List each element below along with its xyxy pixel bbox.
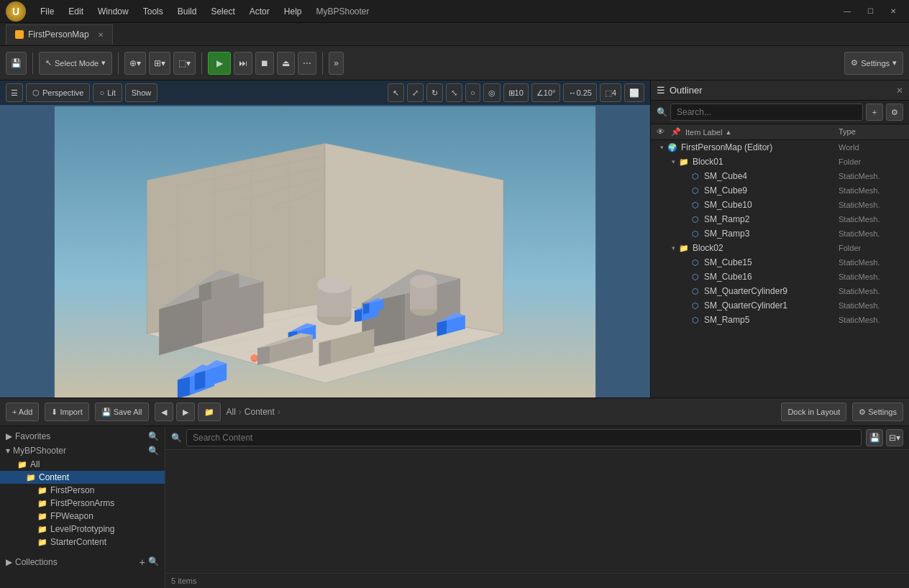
cb-save-all-button[interactable]: 💾 Save All xyxy=(95,403,149,421)
label-column-header[interactable]: Item Label ▲ xyxy=(685,127,839,137)
tree-item[interactable]: ▾ 📁 Block01 Folder xyxy=(651,155,909,169)
snap-button[interactable]: ⊞▾ xyxy=(149,52,170,75)
cb-tree-firstpersonarms[interactable]: 📁 FirstPersonArms xyxy=(0,497,165,510)
cb-breadcrumb-all[interactable]: All xyxy=(227,407,236,417)
cb-sidebar: ▶ Favorites 🔍 ▾ MyBPShooter 🔍 📁 Al xyxy=(0,426,165,588)
sphere-tool[interactable]: ○ xyxy=(465,83,480,102)
cb-tree-fpweapon[interactable]: 📁 FPWeapon xyxy=(0,510,165,523)
mybpshooter-search-icon[interactable]: 🔍 xyxy=(148,446,159,456)
eject-button[interactable]: ⏏ xyxy=(277,52,295,75)
map-tab[interactable]: FirstPersonMap ✕ xyxy=(6,24,113,45)
collections-add-icon[interactable]: + xyxy=(140,556,145,568)
tree-item[interactable]: ⬡ SM_Cube16 StaticMesh. xyxy=(651,270,909,284)
outliner-add-button[interactable]: + xyxy=(866,104,883,121)
cb-new-folder[interactable]: 📁 xyxy=(198,403,221,421)
menu-select[interactable]: Select xyxy=(205,4,240,19)
show-button[interactable]: Show xyxy=(125,83,158,102)
outliner-search-input[interactable] xyxy=(670,104,863,121)
favorites-label: Favorites xyxy=(15,431,50,441)
tree-item[interactable]: ▾ 🌍 FirstPersonMap (Editor) World xyxy=(651,140,909,155)
more-button[interactable]: ⋯ xyxy=(298,52,316,75)
cb-mybpshooter-header[interactable]: ▾ MyBPShooter 🔍 xyxy=(0,444,165,458)
tree-item[interactable]: ⬡ SM_Cube10 StaticMesh. xyxy=(651,198,909,212)
menu-build[interactable]: Build xyxy=(172,4,203,19)
cb-add-button[interactable]: + Add xyxy=(6,403,39,421)
cb-tree-firstperson[interactable]: 📁 FirstPerson xyxy=(0,484,165,497)
firstpersonarms-label: FirstPersonArms xyxy=(50,498,114,508)
cb-save-search-button[interactable]: 💾 xyxy=(866,429,883,446)
rotate-tool[interactable]: ↻ xyxy=(426,83,443,102)
menu-tools[interactable]: Tools xyxy=(137,4,169,19)
tree-item[interactable]: ⬡ SM_Ramp3 StaticMesh. xyxy=(651,226,909,241)
cb-search-icon: 🔍 xyxy=(171,433,182,443)
stop-button[interactable]: ⏹ xyxy=(255,52,274,75)
angle-toggle[interactable]: ∠ 10° xyxy=(531,83,561,102)
tab-close-icon[interactable]: ✕ xyxy=(98,31,104,39)
grid-toggle[interactable]: ⊞ 10 xyxy=(503,83,529,102)
tree-item[interactable]: ▾ 📁 Block02 Folder xyxy=(651,241,909,255)
cb-settings-button[interactable]: ⚙ Settings xyxy=(852,403,903,421)
skip-button[interactable]: ⏭ xyxy=(234,52,252,75)
tree-expand-icon[interactable]: ▾ xyxy=(657,144,667,151)
tree-item[interactable]: ⬡ SM_QuarterCylinder9 StaticMesh. xyxy=(651,284,909,298)
menu-edit[interactable]: Edit xyxy=(63,4,89,19)
tree-item-label: SM_Cube9 xyxy=(704,185,839,196)
close-button[interactable]: ✕ xyxy=(883,4,903,19)
cb-dock-button[interactable]: Dock in Layout xyxy=(781,403,846,421)
add-actor-button[interactable]: ⊕▾ xyxy=(124,52,146,75)
search-icon: 🔍 xyxy=(657,107,667,117)
cb-filter-button[interactable]: ⊟▾ xyxy=(886,429,903,446)
minimize-button[interactable]: — xyxy=(837,4,857,19)
scale-tool[interactable]: ⤡ xyxy=(446,83,462,102)
lit-button[interactable]: ○ Lit xyxy=(93,83,122,102)
select-tool[interactable]: ↖ xyxy=(388,83,404,102)
angle-value: 10° xyxy=(544,88,556,97)
tree-item[interactable]: ⬡ SM_Ramp2 StaticMesh. xyxy=(651,212,909,226)
cb-tree-levelprototyping[interactable]: 📁 LevelPrototyping xyxy=(0,523,165,536)
tree-item[interactable]: ⬡ SM_Cube4 StaticMesh. xyxy=(651,169,909,183)
tree-item[interactable]: ⬡ SM_Ramp5 StaticMesh. xyxy=(651,313,909,327)
cb-import-button[interactable]: ⬇ Import xyxy=(45,403,88,421)
cb-collections-header[interactable]: ▶ Collections + 🔍 xyxy=(0,554,165,570)
select-mode-button[interactable]: ↖ Select Mode ▾ xyxy=(39,52,112,75)
tree-expand-icon[interactable]: ▾ xyxy=(668,244,678,252)
camera-tool[interactable]: ◎ xyxy=(483,83,501,102)
perspective-button[interactable]: ⬡ Perspective xyxy=(26,83,90,102)
collections-search-icon[interactable]: 🔍 xyxy=(148,556,159,568)
tree-item[interactable]: ⬡ SM_Cube15 StaticMesh. xyxy=(651,255,909,270)
translate-tool[interactable]: ⤢ xyxy=(407,83,424,102)
outliner-close-button[interactable]: ✕ xyxy=(896,86,903,96)
tree-expand-icon[interactable]: ▾ xyxy=(668,158,678,165)
cb-nav-back[interactable]: ◀ xyxy=(155,403,173,421)
transform-button[interactable]: ⬚▾ xyxy=(173,52,196,75)
maximize-button[interactable]: ☐ xyxy=(860,4,880,19)
cb-search-input[interactable] xyxy=(186,429,862,446)
outliner-icon: ☰ xyxy=(657,85,665,96)
cb-tree-content[interactable]: 📁 Content xyxy=(0,471,165,484)
cb-nav-forward[interactable]: ▶ xyxy=(176,403,195,421)
scale-toggle[interactable]: ↔ 0.25 xyxy=(563,83,596,102)
maximize-viewport[interactable]: ⬜ xyxy=(624,83,644,102)
viewport[interactable]: ☰ ⬡ Perspective ○ Lit Show ↖ ⤢ ↻ ⤡ ○ ◎ xyxy=(0,81,650,398)
menu-file[interactable]: File xyxy=(35,4,60,19)
play-button[interactable]: ▶ xyxy=(208,52,231,75)
content-browser: + Add ⬇ Import 💾 Save All ◀ ▶ 📁 All › Co… xyxy=(0,398,909,588)
expand-button[interactable]: » xyxy=(329,52,344,75)
cb-favorites-header[interactable]: ▶ Favorites 🔍 xyxy=(0,429,165,444)
hamburger-button[interactable]: ☰ xyxy=(6,83,23,102)
menu-window[interactable]: Window xyxy=(92,4,134,19)
menu-actor[interactable]: Actor xyxy=(244,4,275,19)
favorites-search-icon[interactable]: 🔍 xyxy=(148,431,159,441)
cb-tree-startercontent[interactable]: 📁 StarterContent xyxy=(0,536,165,548)
settings-button[interactable]: ⚙ Settings ▾ xyxy=(844,52,903,75)
outliner-settings-button[interactable]: ⚙ xyxy=(886,104,903,121)
tree-item[interactable]: ⬡ SM_QuarterCylinder1 StaticMesh. xyxy=(651,298,909,313)
cb-tree-all[interactable]: 📁 All xyxy=(0,458,165,471)
save-button[interactable]: 💾 xyxy=(6,52,27,75)
menu-help[interactable]: Help xyxy=(278,4,308,19)
cb-breadcrumb-content[interactable]: Content xyxy=(245,407,275,417)
num-toggle[interactable]: ⬚ 4 xyxy=(600,83,621,102)
tree-item[interactable]: ⬡ SM_Cube9 StaticMesh. xyxy=(651,183,909,198)
show-label: Show xyxy=(132,88,152,97)
toolbar-separator-3 xyxy=(201,52,202,74)
